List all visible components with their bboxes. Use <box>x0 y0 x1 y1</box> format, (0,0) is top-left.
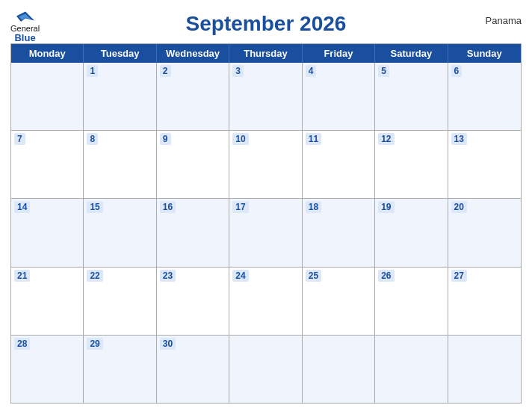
day-number: 24 <box>232 270 248 282</box>
day-number: 15 <box>87 201 102 213</box>
day-header-monday: Monday <box>11 44 84 63</box>
day-number: 1 <box>87 65 98 77</box>
day-number: 7 <box>14 133 25 145</box>
logo-blue-text: Blue <box>14 33 35 43</box>
day-cell-14-w2: 14 <box>11 199 84 266</box>
day-number: 2 <box>160 65 171 77</box>
day-number: 14 <box>14 201 30 213</box>
day-number: 10 <box>232 133 248 145</box>
day-number: 26 <box>378 270 394 282</box>
day-cell-13-w1: 13 <box>448 131 521 198</box>
day-number: 4 <box>306 65 317 77</box>
day-number: 9 <box>160 133 171 145</box>
day-number: 8 <box>87 133 98 145</box>
day-number: 3 <box>232 65 244 77</box>
day-cell-29-w4: 29 <box>84 336 156 403</box>
day-number: 17 <box>232 201 248 213</box>
week-row-2: 78910111213 <box>11 130 521 198</box>
logo-bird-icon <box>15 10 36 24</box>
day-number: 25 <box>306 270 321 282</box>
day-number: 5 <box>378 65 389 77</box>
day-header-wednesday: Wednesday <box>157 44 229 63</box>
day-cell-26-w3: 26 <box>375 268 448 335</box>
day-cell-empty-w0 <box>11 63 84 130</box>
day-header-tuesday: Tuesday <box>84 44 156 63</box>
day-cell-28-w4: 28 <box>11 336 84 403</box>
day-number: 29 <box>87 338 102 350</box>
week-row-4: 21222324252627 <box>11 267 521 335</box>
day-number: 20 <box>451 201 467 213</box>
day-number: 30 <box>160 338 176 350</box>
day-headers-row: Monday Tuesday Wednesday Thursday Friday… <box>11 44 521 63</box>
day-header-thursday: Thursday <box>229 44 302 63</box>
day-cell-15-w2: 15 <box>84 199 156 266</box>
day-header-sunday: Sunday <box>448 44 521 63</box>
day-cell-10-w1: 10 <box>229 131 302 198</box>
day-cell-30-w4: 30 <box>157 336 229 403</box>
day-header-saturday: Saturday <box>375 44 448 63</box>
day-cell-empty-w4 <box>448 336 521 403</box>
day-cell-2-w0: 2 <box>157 63 229 130</box>
day-cell-25-w3: 25 <box>303 268 375 335</box>
day-number: 28 <box>14 338 30 350</box>
day-cell-1-w0: 1 <box>84 63 156 130</box>
day-header-friday: Friday <box>303 44 375 63</box>
day-cell-8-w1: 8 <box>84 131 156 198</box>
weeks-container: 1234567891011121314151617181920212223242… <box>11 63 521 403</box>
day-number: 21 <box>14 270 30 282</box>
day-cell-17-w2: 17 <box>229 199 302 266</box>
day-cell-23-w3: 23 <box>157 268 229 335</box>
day-number: 16 <box>160 201 176 213</box>
day-cell-5-w0: 5 <box>375 63 448 130</box>
day-cell-18-w2: 18 <box>303 199 375 266</box>
day-cell-21-w3: 21 <box>11 268 84 335</box>
day-number: 18 <box>306 201 321 213</box>
day-cell-6-w0: 6 <box>448 63 521 130</box>
day-cell-19-w2: 19 <box>375 199 448 266</box>
calendar-grid: Monday Tuesday Wednesday Thursday Friday… <box>10 43 522 404</box>
week-row-1: 123456 <box>11 63 521 130</box>
country-label: Panama <box>486 15 522 26</box>
day-number: 11 <box>306 133 321 145</box>
day-number: 22 <box>87 270 102 282</box>
day-cell-24-w3: 24 <box>229 268 302 335</box>
day-cell-7-w1: 7 <box>11 131 84 198</box>
day-cell-16-w2: 16 <box>157 199 229 266</box>
day-number: 12 <box>378 133 394 145</box>
day-cell-22-w3: 22 <box>84 268 156 335</box>
calendar-title: September 2026 <box>186 12 347 36</box>
day-number: 27 <box>451 270 467 282</box>
day-cell-27-w3: 27 <box>448 268 521 335</box>
calendar-header: General Blue September 2026 Panama <box>10 7 522 39</box>
day-cell-11-w1: 11 <box>303 131 375 198</box>
day-number: 23 <box>160 270 176 282</box>
day-cell-empty-w4 <box>375 336 448 403</box>
day-number: 19 <box>378 201 394 213</box>
week-row-5: 282930 <box>11 335 521 403</box>
day-cell-4-w0: 4 <box>303 63 375 130</box>
day-cell-empty-w4 <box>229 336 302 403</box>
day-cell-empty-w4 <box>303 336 375 403</box>
day-cell-20-w2: 20 <box>448 199 521 266</box>
day-cell-12-w1: 12 <box>375 131 448 198</box>
day-number: 6 <box>451 65 463 77</box>
logo: General Blue <box>10 10 40 43</box>
day-number: 13 <box>451 133 467 145</box>
week-row-3: 14151617181920 <box>11 198 521 266</box>
day-cell-9-w1: 9 <box>157 131 229 198</box>
day-cell-3-w0: 3 <box>229 63 302 130</box>
